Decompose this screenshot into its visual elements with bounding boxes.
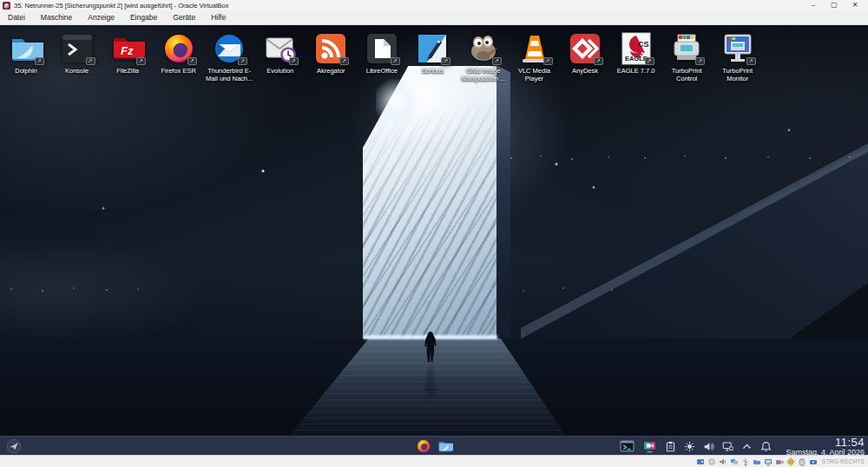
wallpaper-monolith-side xyxy=(496,62,510,339)
desktop-icon-firefox[interactable]: ↗Firefox ESR xyxy=(158,31,200,76)
desktop-icon-label: GNU Image Manipulation ... xyxy=(458,68,509,82)
wallpaper-person-reflection xyxy=(424,364,437,398)
gimp-icon: ↗ xyxy=(466,31,501,66)
vbox-status-display-icon[interactable] xyxy=(764,457,773,466)
shortcut-emblem-icon: ↗ xyxy=(645,57,654,65)
vbox-status-recording-icon[interactable] xyxy=(775,457,784,466)
firefox-icon: ↗ xyxy=(161,31,196,66)
host-key-label: STRG-RECHTS xyxy=(822,458,865,464)
shortcut-emblem-icon: ↗ xyxy=(695,57,705,65)
desktop-icon-label: Firefox ESR xyxy=(154,68,204,76)
vbox-status-harddisks-icon[interactable] xyxy=(696,457,705,466)
screen-recorder-icon[interactable] xyxy=(642,439,657,454)
thunderbird-icon: ↗ xyxy=(212,31,247,66)
vbox-status-usb-icon[interactable] xyxy=(741,457,750,466)
taskbar-app-firefox[interactable] xyxy=(416,438,431,454)
shortcut-emblem-icon: ↗ xyxy=(492,57,502,65)
desktop-icon-turboprint-control[interactable]: ↗TurboPrint Control xyxy=(666,31,707,82)
desktop-icon-dolphin[interactable]: ↗Dolphin xyxy=(5,31,47,76)
desktop-icon-evolution[interactable]: ↗Evolution xyxy=(260,31,301,76)
desktop-icon-label: TurboPrint Control xyxy=(661,68,712,82)
window-controls: – ▢ ✕ xyxy=(803,0,865,10)
menu-gerte[interactable]: Geräte xyxy=(165,10,203,24)
maximize-button[interactable]: ▢ xyxy=(824,0,845,10)
konsole-icon: ↗ xyxy=(60,31,95,66)
menu-hilfe[interactable]: Hilfe xyxy=(203,10,233,24)
desktop-icon-gimp[interactable]: ↗GNU Image Manipulation ... xyxy=(463,31,504,82)
vbox-status-shared-folders-icon[interactable] xyxy=(753,457,761,466)
vlc-icon: ↗ xyxy=(517,31,552,66)
taskbar-app-dolphin[interactable] xyxy=(437,438,453,454)
akregator-icon: ↗ xyxy=(313,31,348,66)
desktop-icon-label: Scribus xyxy=(407,68,457,76)
vbox-status-mouse-icon[interactable] xyxy=(798,457,806,466)
network-icon[interactable] xyxy=(722,441,733,452)
desktop-icon-turboprint-monitor[interactable]: ↗TurboPrint Monitor xyxy=(717,31,759,82)
volume-icon[interactable] xyxy=(703,441,714,452)
minimize-button[interactable]: – xyxy=(803,0,824,10)
desktop-icon-label: Thunderbird E-Mail und Nach... xyxy=(204,68,254,82)
vbox-status-features-icon[interactable] xyxy=(786,457,795,466)
vbox-status-optical-drives-icon[interactable] xyxy=(707,457,716,466)
shortcut-emblem-icon: ↗ xyxy=(441,57,450,65)
menubar: DateiMaschineAnzeigeEingabeGeräteHilfe xyxy=(0,10,868,25)
desktop-icon-konsole[interactable]: ↗Konsole xyxy=(56,31,98,76)
desktop-icon-vlc[interactable]: ↗VLC Media Player xyxy=(514,31,556,82)
desktop-icon-libreoffice[interactable]: ↗LibreOffice xyxy=(361,31,403,76)
vbox-status-audio-icon[interactable] xyxy=(719,457,727,466)
menu-eingabe[interactable]: Eingabe xyxy=(122,10,165,24)
shortcut-emblem-icon: ↗ xyxy=(543,57,553,65)
shortcut-emblem-icon: ↗ xyxy=(391,57,400,65)
desktop-icon-eagle[interactable]: CSEAGLE↗EAGLE 7.7.0 xyxy=(615,31,657,76)
close-button[interactable]: ✕ xyxy=(845,0,865,10)
svg-text:CS: CS xyxy=(638,40,649,49)
clock-time: 11:54 xyxy=(786,437,865,448)
virtualbox-logo-icon xyxy=(3,2,10,10)
desktop-icon-anydesk[interactable]: ↗AnyDesk xyxy=(564,31,606,76)
vm-screen: ↗Dolphin↗KonsoleFz↗FileZilla↗Firefox ESR… xyxy=(0,25,868,455)
shortcut-emblem-icon: ↗ xyxy=(86,57,95,65)
shortcut-emblem-icon: ↗ xyxy=(746,57,756,65)
menu-datei[interactable]: Datei xyxy=(0,10,33,24)
desktop-icon-label: TurboPrint Monitor xyxy=(713,68,763,82)
shortcut-emblem-icon: ↗ xyxy=(594,57,603,65)
desktop-icon-thunderbird[interactable]: ↗Thunderbird E-Mail und Nach... xyxy=(208,31,250,82)
shortcut-emblem-icon: ↗ xyxy=(136,57,146,65)
filezilla-icon: Fz↗ xyxy=(110,31,145,66)
evolution-icon: ↗ xyxy=(263,31,298,66)
svg-text:Fz: Fz xyxy=(121,44,134,57)
menu-maschine[interactable]: Maschine xyxy=(33,10,80,24)
shortcut-emblem-icon: ↗ xyxy=(187,57,197,65)
clipboard-icon[interactable] xyxy=(665,441,676,452)
yakuake-terminal-icon[interactable] xyxy=(620,439,635,454)
digital-clock[interactable]: 11:54 Samstag, 4. April 2026 xyxy=(786,437,865,455)
vbox-status-keyboard-icon[interactable] xyxy=(809,457,818,466)
desktop-icon-akregator[interactable]: ↗Akregator xyxy=(310,31,352,76)
turboprint-control-icon: ↗ xyxy=(669,31,704,66)
night-color-icon[interactable] xyxy=(684,441,695,452)
desktop-icon-scribus[interactable]: ↗Scribus xyxy=(411,31,453,76)
libreoffice-icon: ↗ xyxy=(365,31,399,66)
expand-tray-icon[interactable] xyxy=(741,441,753,452)
eagle-icon: CSEAGLE↗ xyxy=(619,31,654,66)
desktop-icon-label: Dolphin xyxy=(1,68,51,76)
virtualbox-window: 35. Netrunner-25 [Sicherungspunkt 2] [wi… xyxy=(0,0,868,467)
titlebar: 35. Netrunner-25 [Sicherungspunkt 2] [wi… xyxy=(0,0,868,10)
desktop-icon-filezilla[interactable]: Fz↗FileZilla xyxy=(107,31,148,76)
system-tray xyxy=(620,437,772,455)
vbox-statusbar: STRG-RECHTS xyxy=(0,455,868,467)
desktop-icon-label: Akregator xyxy=(306,68,356,76)
notifications-icon[interactable] xyxy=(760,441,772,452)
desktop-icon-label: FileZilla xyxy=(102,68,153,76)
desktop-icon-label: EAGLE 7.7.0 xyxy=(611,68,661,76)
scribus-icon: ↗ xyxy=(415,31,450,66)
svg-text:EAGLE: EAGLE xyxy=(625,55,648,62)
shortcut-emblem-icon: ↗ xyxy=(238,57,247,65)
desktop-icon-label: AnyDesk xyxy=(560,68,610,76)
turboprint-monitor-icon: ↗ xyxy=(720,31,755,66)
wallpaper-person xyxy=(424,331,437,365)
menu-anzeige[interactable]: Anzeige xyxy=(80,10,122,24)
shortcut-emblem-icon: ↗ xyxy=(289,57,299,65)
wallpaper-specks xyxy=(0,25,2,27)
vbox-status-network-icon[interactable] xyxy=(730,457,739,466)
